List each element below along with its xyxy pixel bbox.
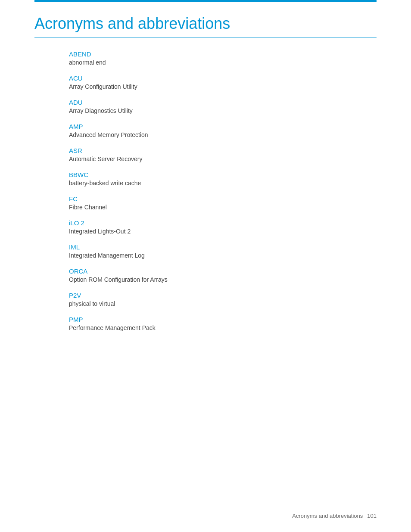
list-item: ACUArray Configuration Utility xyxy=(69,75,377,90)
acronym-term: iLO 2 xyxy=(69,219,377,227)
acronym-list: ABENDabnormal endACUArray Configuration … xyxy=(69,50,377,331)
list-item: P2Vphysical to virtual xyxy=(69,292,377,307)
acronym-term: BBWC xyxy=(69,171,377,178)
acronym-definition: Fibre Channel xyxy=(69,204,377,211)
acronym-term: PMP xyxy=(69,316,377,323)
acronym-term: IML xyxy=(69,243,377,251)
acronym-term: ASR xyxy=(69,147,377,154)
list-item: BBWCbattery-backed write cache xyxy=(69,171,377,187)
list-item: FCFibre Channel xyxy=(69,195,377,211)
acronym-definition: Advanced Memory Protection xyxy=(69,131,377,138)
page-title: Acronyms and abbreviations xyxy=(34,2,377,37)
acronym-definition: Integrated Lights-Out 2 xyxy=(69,228,377,235)
acronym-term: ABEND xyxy=(69,50,377,58)
list-item: ASRAutomatic Server Recovery xyxy=(69,147,377,162)
page-footer: Acronyms and abbreviations 101 xyxy=(292,513,377,519)
list-item: iLO 2Integrated Lights-Out 2 xyxy=(69,219,377,235)
acronym-definition: Option ROM Configuration for Arrays xyxy=(69,276,377,283)
list-item: AMPAdvanced Memory Protection xyxy=(69,123,377,138)
acronym-definition: Automatic Server Recovery xyxy=(69,156,377,162)
acronym-term: ADU xyxy=(69,99,377,106)
acronym-definition: Integrated Management Log xyxy=(69,252,377,259)
list-item: ABENDabnormal end xyxy=(69,50,377,66)
acronym-term: ACU xyxy=(69,75,377,82)
acronym-definition: Array Diagnostics Utility xyxy=(69,107,377,114)
acronym-definition: Array Configuration Utility xyxy=(69,83,377,90)
acronym-definition: abnormal end xyxy=(69,59,377,66)
list-item: PMPPerformance Management Pack xyxy=(69,316,377,331)
acronym-term: ORCA xyxy=(69,268,377,275)
page-container: Acronyms and abbreviations ABENDabnormal… xyxy=(0,0,411,532)
list-item: ADUArray Diagnostics Utility xyxy=(69,99,377,114)
acronym-term: AMP xyxy=(69,123,377,130)
footer-page-number: 101 xyxy=(367,513,377,519)
acronym-definition: battery-backed write cache xyxy=(69,180,377,187)
list-item: IMLIntegrated Management Log xyxy=(69,243,377,259)
footer-text: Acronyms and abbreviations xyxy=(292,513,363,519)
acronym-term: P2V xyxy=(69,292,377,299)
list-item: ORCAOption ROM Configuration for Arrays xyxy=(69,268,377,283)
acronym-term: FC xyxy=(69,195,377,202)
acronym-definition: Performance Management Pack xyxy=(69,324,377,331)
acronym-definition: physical to virtual xyxy=(69,300,377,307)
